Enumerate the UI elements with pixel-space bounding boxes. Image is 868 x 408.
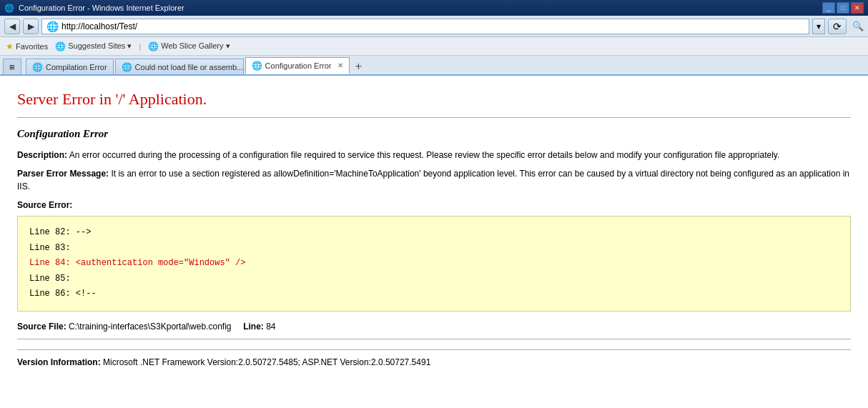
tab-icon-0: 🌐 (32, 62, 43, 72)
tab-compilation-error[interactable]: 🌐 Compilation Error (26, 59, 114, 74)
page-content: Server Error in '/' Application. Configu… (0, 76, 868, 382)
description-line: Description: An error occurred during th… (17, 149, 851, 161)
favorites-label: Favorites (16, 42, 48, 51)
source-file-path: C:\training-interfaces\S3Kportal\web.con… (69, 322, 231, 332)
version-info: Version Information: Microsoft .NET Fram… (17, 349, 851, 367)
minimize-button[interactable]: _ (822, 2, 835, 14)
web-slice-gallery-button[interactable]: 🌐 Web Slice Gallery ▾ (148, 41, 230, 51)
ie-icon-suggested: 🌐 (55, 41, 66, 51)
web-slice-gallery-label: Web Slice Gallery ▾ (161, 41, 230, 51)
server-error-title: Server Error in '/' Application. (17, 90, 851, 109)
address-dropdown[interactable]: ▾ (812, 19, 825, 34)
divider-2 (17, 339, 851, 339)
favorites-button[interactable]: ★ Favorites (6, 41, 48, 51)
code-block: Line 82: --> Line 83: Line 84: <authenti… (17, 216, 851, 312)
description-label: Description: (17, 150, 67, 160)
tab-close-button[interactable]: ✕ (337, 61, 343, 69)
suggested-sites-label: Suggested Sites ▾ (68, 41, 132, 51)
title-bar-controls: _ □ ✕ (822, 2, 864, 14)
restore-button[interactable]: □ (837, 2, 849, 14)
title-bar-text: Configuration Error - Windows Internet E… (19, 4, 184, 12)
version-label: Version Information: (17, 357, 101, 367)
code-line-3: Line 85: (29, 272, 839, 287)
new-tab-button[interactable]: + (351, 59, 367, 74)
suggested-sites-button[interactable]: 🌐 Suggested Sites ▾ (55, 41, 132, 51)
search-icon: 🔍 (852, 21, 864, 31)
code-line-0: Line 82: --> (29, 225, 839, 241)
refresh-button[interactable]: ⟳ (828, 19, 847, 34)
parser-error-label: Parser Error Message: (17, 169, 109, 179)
page-icon: 🌐 (46, 21, 59, 32)
tab-label-2: Configuration Error (265, 61, 332, 70)
address-bar: ◀ ▶ 🌐 ▾ ⟳ 🔍 (0, 16, 868, 37)
back-button[interactable]: ◀ (4, 19, 20, 34)
parser-error-line: Parser Error Message: It is an error to … (17, 167, 851, 193)
address-field: 🌐 (41, 19, 809, 34)
star-icon: ★ (6, 41, 14, 51)
tab-icon-1: 🌐 (122, 62, 132, 72)
favorites-bar: ★ Favorites 🌐 Suggested Sites ▾ | 🌐 Web … (0, 37, 868, 56)
forward-button[interactable]: ▶ (23, 19, 39, 34)
title-bar-icon: 🌐 (4, 4, 14, 13)
ie-icon-gallery: 🌐 (148, 41, 159, 51)
source-file-line: Source File: C:\training-interfaces\S3Kp… (17, 322, 851, 332)
address-input[interactable] (61, 21, 804, 31)
config-error-heading: Configuration Error (17, 128, 851, 140)
source-error-label: Source Error: (17, 200, 851, 210)
line-label: Line: (243, 322, 264, 332)
close-button[interactable]: ✕ (851, 2, 864, 14)
description-text: An error occurred during the processing … (69, 150, 780, 160)
tab-group-button[interactable]: ⊞ (3, 59, 21, 74)
tab-could-not-load[interactable]: 🌐 Could not load file or assemb... (115, 59, 244, 74)
tabs-bar: ⊞ 🌐 Compilation Error 🌐 Could not load f… (0, 56, 868, 76)
tab-configuration-error[interactable]: 🌐 Configuration Error ✕ (245, 57, 350, 74)
code-line-4: Line 86: <!-- (29, 287, 839, 302)
version-text: Microsoft .NET Framework Version:2.0.507… (103, 357, 430, 367)
line-number: 84 (266, 322, 275, 332)
title-bar: 🌐 Configuration Error - Windows Internet… (0, 0, 868, 16)
tab-label-1: Could not load file or assemb... (135, 63, 244, 71)
fav-separator: | (139, 42, 141, 51)
code-line-2: Line 84: <authentication mode="Windows" … (29, 256, 839, 272)
source-file-label: Source File: (17, 322, 66, 332)
parser-error-text: It is an error to use a section register… (17, 169, 849, 191)
tab-label-0: Compilation Error (46, 63, 107, 71)
code-line-1: Line 83: (29, 241, 839, 257)
tab-icon-2: 🌐 (252, 61, 262, 71)
divider-1 (17, 117, 851, 118)
